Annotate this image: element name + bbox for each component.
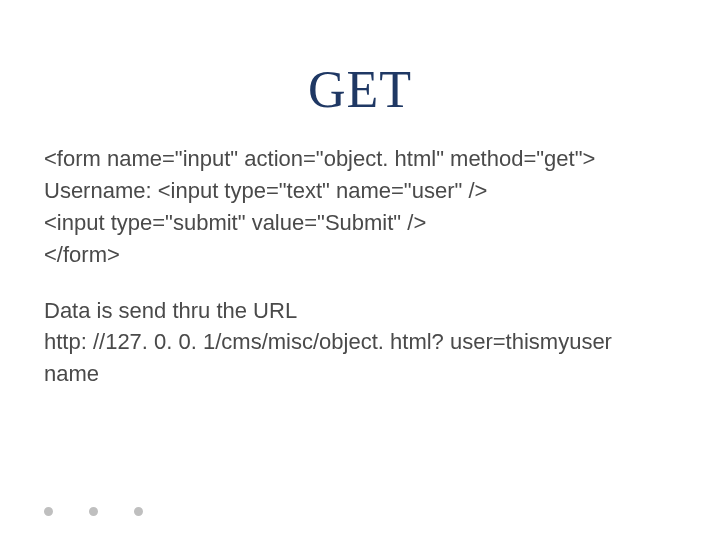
code-line-2: Username: <input type="text" name="user"…	[44, 175, 676, 207]
code-line-4: </form>	[44, 239, 676, 271]
dot-icon	[134, 507, 143, 516]
explain-line-1: Data is send thru the URL	[44, 295, 676, 327]
dot-icon	[44, 507, 53, 516]
code-line-1: <form name="input" action="object. html"…	[44, 143, 676, 175]
explain-line-3: name	[44, 358, 676, 390]
slide-title: GET	[44, 60, 676, 119]
dot-icon	[89, 507, 98, 516]
spacer	[44, 271, 676, 295]
slide: GET <form name="input" action="object. h…	[0, 0, 720, 540]
explain-line-2: http: //127. 0. 0. 1/cms/misc/object. ht…	[44, 326, 676, 358]
code-line-3: <input type="submit" value="Submit" />	[44, 207, 676, 239]
footer-dots	[44, 507, 143, 516]
slide-body: <form name="input" action="object. html"…	[44, 143, 676, 390]
